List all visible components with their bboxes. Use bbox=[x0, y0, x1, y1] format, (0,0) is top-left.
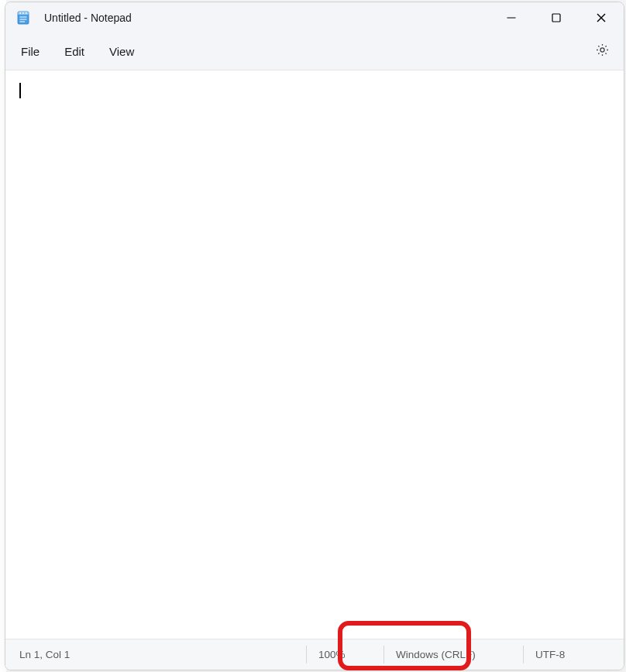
menu-edit[interactable]: Edit bbox=[52, 39, 97, 64]
status-bar: Ln 1, Col 1 100% Windows (CRLF) UTF-8 bbox=[5, 639, 624, 670]
status-line-ending[interactable]: Windows (CRLF) bbox=[384, 639, 523, 670]
maximize-button[interactable] bbox=[534, 2, 579, 33]
notepad-window: Untitled - Notepad File Edit View bbox=[5, 2, 624, 670]
text-editor[interactable] bbox=[5, 70, 624, 639]
title-bar[interactable]: Untitled - Notepad bbox=[5, 2, 624, 33]
svg-rect-9 bbox=[552, 14, 560, 22]
settings-button[interactable] bbox=[585, 36, 619, 67]
close-button[interactable] bbox=[579, 2, 624, 33]
gear-icon bbox=[595, 43, 610, 60]
svg-point-12 bbox=[600, 48, 604, 52]
menu-view[interactable]: View bbox=[97, 39, 146, 64]
menu-file[interactable]: File bbox=[9, 39, 52, 64]
minimize-button[interactable] bbox=[489, 2, 534, 33]
svg-point-3 bbox=[22, 12, 24, 14]
status-encoding[interactable]: UTF-8 bbox=[523, 639, 624, 670]
status-cursor-position: Ln 1, Col 1 bbox=[5, 639, 82, 670]
status-zoom[interactable]: 100% bbox=[306, 639, 384, 670]
svg-point-4 bbox=[26, 12, 27, 14]
window-controls bbox=[489, 2, 624, 33]
text-cursor bbox=[19, 83, 21, 98]
menu-bar: File Edit View bbox=[5, 33, 624, 70]
window-title: Untitled - Notepad bbox=[44, 12, 489, 24]
svg-point-2 bbox=[19, 12, 21, 14]
notepad-icon bbox=[16, 11, 30, 25]
